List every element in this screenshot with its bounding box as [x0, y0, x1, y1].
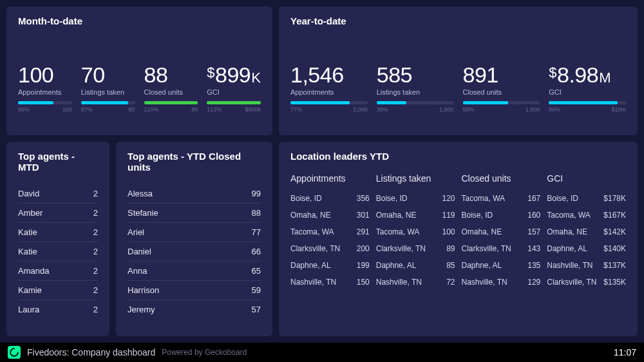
list-item: David2	[18, 184, 98, 204]
kpi-value: 100	[18, 64, 72, 86]
kpi-progress-meta: 66%150	[18, 106, 72, 113]
kpi-value: $8.98M	[549, 64, 626, 86]
location-row: Clarksville, TN200	[290, 240, 370, 257]
ytd-kpi-2: 891Closed units59%1,500	[463, 64, 549, 113]
list-item-name: Katie	[18, 247, 37, 256]
kpi-value: 70	[81, 64, 135, 86]
list-item-value: 2	[93, 266, 98, 276]
list-item-name: David	[18, 189, 39, 198]
kpi-progress-bar	[81, 101, 135, 104]
location-row: Tacoma, WA167	[462, 190, 541, 207]
kpi-progress-bar	[18, 101, 72, 104]
location-leaders-columns: AppointmentsBoise, ID356Omaha, NE301Taco…	[290, 173, 626, 291]
location-row: Nashville, TN150	[290, 274, 370, 291]
location-name: Boise, ID	[376, 194, 408, 203]
kpi-value: 88	[144, 64, 198, 86]
list-item: Amber2	[18, 204, 98, 223]
location-row: Daphne, AL135	[462, 257, 541, 274]
list-item-name: Stefanie	[128, 208, 158, 218]
list-item-value: 59	[252, 285, 261, 295]
ytd-kpi-1: 585Listings taken39%1,500	[377, 64, 463, 113]
location-value: 120	[442, 194, 455, 203]
kpi-progress-bar	[377, 101, 454, 104]
location-name: Clarksville, TN	[290, 244, 340, 253]
mtd-card: Month-to-date 100Appointments66%15070Lis…	[6, 6, 272, 135]
list-item-value: 99	[252, 189, 261, 198]
kpi-label: Appointments	[290, 88, 368, 96]
kpi-progress-meta: 59%1,500	[463, 106, 540, 113]
location-row: Boise, ID120	[376, 190, 455, 207]
location-value: 89	[446, 244, 455, 253]
location-value: 167	[527, 194, 540, 203]
location-value: 150	[357, 278, 370, 287]
location-row: Omaha, NE301	[290, 207, 370, 224]
location-value: 135	[527, 261, 540, 270]
kpi-value: $899K	[207, 64, 261, 86]
list-item: Kamie2	[18, 281, 98, 300]
location-name: Daphne, AL	[290, 261, 331, 270]
location-name: Daphne, AL	[376, 261, 417, 270]
location-row: Nashville, TN129	[462, 274, 541, 291]
top-agents-mtd-list: David2Amber2Katie2Katie2Amanda2Kamie2Lau…	[18, 184, 98, 319]
list-item-name: Laura	[18, 305, 39, 314]
kpi-label: Listings taken	[377, 88, 454, 96]
location-column: AppointmentsBoise, ID356Omaha, NE301Taco…	[290, 173, 370, 291]
kpi-label: Closed units	[144, 88, 198, 96]
list-item-value: 2	[93, 285, 98, 295]
location-name: Omaha, NE	[290, 211, 331, 220]
location-leaders-title: Location leaders YTD	[290, 151, 626, 162]
kpi-progress-bar	[207, 101, 261, 104]
kpi-progress-bar	[549, 101, 626, 104]
ytd-kpi-3: $8.98MGCI89%$10m	[549, 64, 626, 113]
list-item-value: 2	[93, 247, 98, 256]
location-value: $137K	[603, 261, 626, 270]
list-item-value: 2	[93, 189, 98, 198]
location-name: Boise, ID	[290, 194, 322, 203]
top-agents-mtd-title: Top agents - MTD	[18, 151, 98, 173]
location-value: 200	[357, 244, 370, 253]
ytd-title: Year-to-date	[290, 15, 626, 26]
location-value: $135K	[603, 278, 626, 287]
location-value: 157	[527, 227, 540, 236]
footer-bar: Fivedoors: Company dashboard Powered by …	[0, 343, 644, 362]
list-item-name: Ariel	[128, 227, 144, 237]
location-column-title: Listings taken	[376, 173, 455, 184]
list-item: Amanda2	[18, 262, 98, 281]
location-value: 129	[527, 278, 540, 287]
location-row: Clarksville, TN143	[462, 240, 541, 257]
location-name: Tacoma, WA	[462, 194, 506, 203]
top-agents-ytd-title: Top agents - YTD Closed units	[128, 151, 261, 173]
location-name: Daphne, AL	[547, 244, 587, 253]
location-row: Clarksville, TN$135K	[547, 274, 626, 291]
kpi-value: 1,546	[290, 64, 368, 86]
list-item-name: Kamie	[18, 285, 42, 295]
location-row: Omaha, NE$142K	[547, 224, 626, 240]
location-value: 291	[357, 227, 370, 236]
location-name: Boise, ID	[462, 211, 493, 220]
location-row: Boise, ID160	[462, 207, 541, 224]
location-name: Tacoma, WA	[290, 227, 334, 236]
kpi-progress-meta: 112%$800k	[207, 106, 261, 113]
location-value: 143	[527, 244, 540, 253]
list-item-name: Amber	[18, 208, 43, 218]
location-value: 199	[357, 261, 370, 270]
brand-logo-icon	[8, 346, 21, 359]
list-item: Jeremy57	[128, 300, 261, 319]
kpi-label: Listings taken	[81, 88, 135, 96]
ytd-card: Year-to-date 1,546Appointments77%2,00058…	[279, 6, 638, 135]
location-column: Listings takenBoise, ID120Omaha, NE119Ta…	[376, 173, 455, 291]
list-item: Stefanie88	[128, 204, 261, 223]
list-item: Harrison59	[128, 281, 261, 300]
list-item-value: 2	[93, 227, 98, 237]
kpi-progress-bar	[463, 101, 540, 104]
location-row: Clarksville, TN89	[376, 240, 455, 257]
mtd-title: Month-to-date	[18, 15, 261, 26]
list-item-name: Jeremy	[128, 305, 155, 314]
list-item: Anna65	[128, 262, 261, 281]
location-row: Nashville, TN$137K	[547, 257, 626, 274]
location-name: Nashville, TN	[547, 261, 592, 270]
list-item-name: Alessa	[128, 189, 153, 198]
kpi-value: 585	[377, 64, 454, 86]
kpi-progress-bar	[144, 101, 198, 104]
mtd-kpi-1: 70Listings taken87%80	[81, 64, 144, 113]
